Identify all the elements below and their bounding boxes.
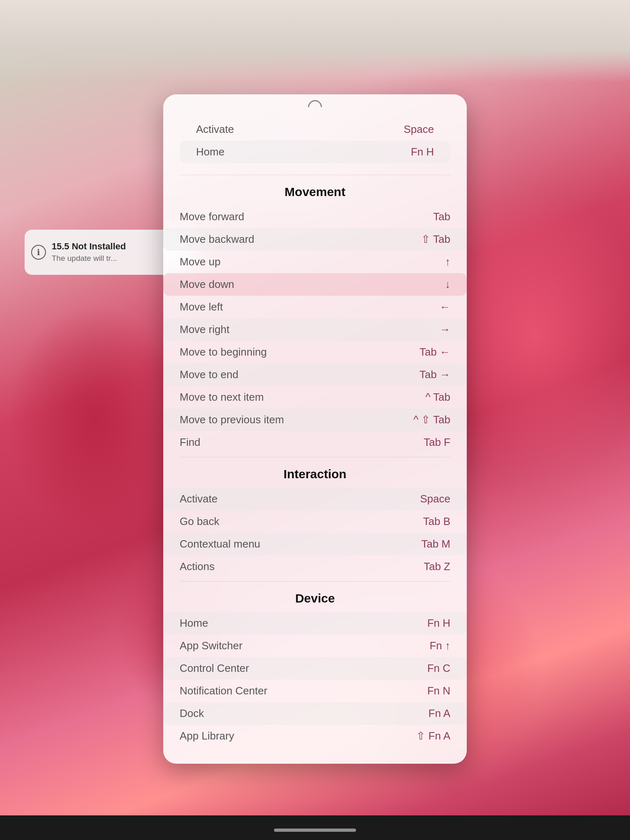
key-home: Fn H <box>385 617 450 630</box>
shortcut-row-move-end: Move to end Tab → <box>163 363 467 386</box>
label-dock: Dock <box>180 707 204 720</box>
label-contextual: Contextual menu <box>180 538 260 550</box>
shortcut-row-control-center: Control Center Fn C <box>163 657 467 680</box>
shortcut-row-go-back: Go back Tab B <box>163 510 467 533</box>
key-actions: Tab Z <box>385 560 450 573</box>
key-move-end: Tab → <box>385 368 450 381</box>
shortcut-row-activate: Activate Space <box>163 488 467 510</box>
shortcut-label-activate: Activate <box>196 123 234 136</box>
label-move-end: Move to end <box>180 368 238 381</box>
key-move-next: ^ Tab <box>385 391 450 404</box>
shortcut-row-move-forward: Move forward Tab <box>163 205 467 228</box>
shortcut-row-home: Home Fn H <box>163 612 467 635</box>
section-header-interaction: Interaction <box>163 467 467 481</box>
top-shortcuts: Activate Space Home Fn H <box>163 118 467 171</box>
shortcut-row-activate: Activate Space <box>180 118 450 141</box>
label-notification-center: Notification Center <box>180 685 267 697</box>
key-move-beginning: Tab ← <box>385 346 450 358</box>
key-app-switcher: Fn ↑ <box>385 639 450 652</box>
shortcut-row-move-beginning: Move to beginning Tab ← <box>163 341 467 363</box>
label-home: Home <box>180 617 208 630</box>
shortcut-label-home-top: Home <box>196 146 224 158</box>
shortcut-row-home-top: Home Fn H <box>180 141 450 163</box>
notification-icon: ℹ <box>31 245 46 260</box>
label-find: Find <box>180 436 201 449</box>
key-move-down: ↓ <box>385 278 450 291</box>
key-move-up: ↑ <box>385 256 450 268</box>
bottom-bezel <box>0 815 630 840</box>
label-actions: Actions <box>180 560 215 573</box>
label-go-back: Go back <box>180 515 219 528</box>
shortcut-row-move-down: Move down ↓ <box>163 273 467 296</box>
shortcut-row-find: Find Tab F <box>163 431 467 454</box>
shortcut-row-dock: Dock Fn A <box>163 702 467 725</box>
shortcut-row-app-switcher: App Switcher Fn ↑ <box>163 635 467 657</box>
label-move-up: Move up <box>180 256 221 268</box>
label-move-left: Move left <box>180 301 223 313</box>
key-activate: Space <box>385 493 450 505</box>
key-move-left: ← <box>385 301 450 313</box>
label-move-down: Move down <box>180 278 234 291</box>
shortcut-row-actions: Actions Tab Z <box>163 555 467 578</box>
section-header-movement: Movement <box>163 185 467 199</box>
shortcut-key-activate: Space <box>368 123 434 136</box>
shortcut-key-home-top: Fn H <box>368 146 434 158</box>
key-go-back: Tab B <box>385 515 450 528</box>
label-move-next: Move to next item <box>180 391 264 404</box>
shortcut-row-notification-center: Notification Center Fn N <box>163 680 467 702</box>
shortcut-row-contextual: Contextual menu Tab M <box>163 533 467 555</box>
shortcut-row-move-backward: Move backward ⇧ Tab <box>163 228 467 251</box>
shortcut-popup: Activate Space Home Fn H Movement Move f… <box>163 94 467 764</box>
section-header-device: Device <box>163 591 467 605</box>
key-find: Tab F <box>385 436 450 449</box>
home-indicator <box>274 829 356 832</box>
label-move-forward: Move forward <box>180 210 244 223</box>
shortcut-row-app-library: App Library ⇧ Fn A <box>163 725 467 747</box>
shortcut-row-move-right: Move right → <box>163 318 467 341</box>
key-move-prev: ^ ⇧ Tab <box>385 413 450 426</box>
label-move-right: Move right <box>180 323 229 336</box>
label-move-backward: Move backward <box>180 233 254 246</box>
key-control-center: Fn C <box>385 662 450 675</box>
shortcut-row-move-next: Move to next item ^ Tab <box>163 386 467 409</box>
popup-pin <box>163 94 467 118</box>
divider-device <box>180 581 450 582</box>
divider-interaction <box>180 457 450 457</box>
key-contextual: Tab M <box>385 538 450 550</box>
label-move-prev: Move to previous item <box>180 413 284 426</box>
top-bezel <box>0 0 630 82</box>
label-move-beginning: Move to beginning <box>180 346 267 358</box>
key-app-library: ⇧ Fn A <box>385 730 450 742</box>
shortcut-row-move-prev: Move to previous item ^ ⇧ Tab <box>163 409 467 431</box>
key-dock: Fn A <box>385 707 450 720</box>
key-move-forward: Tab <box>385 210 450 223</box>
divider-top <box>180 175 450 175</box>
label-control-center: Control Center <box>180 662 249 675</box>
label-app-switcher: App Switcher <box>180 639 242 652</box>
shortcut-row-move-up: Move up ↑ <box>163 251 467 273</box>
shortcut-row-move-left: Move left ← <box>163 296 467 318</box>
key-move-backward: ⇧ Tab <box>385 233 450 246</box>
key-move-right: → <box>385 323 450 336</box>
label-activate: Activate <box>180 493 218 505</box>
key-notification-center: Fn N <box>385 685 450 697</box>
label-app-library: App Library <box>180 730 234 742</box>
